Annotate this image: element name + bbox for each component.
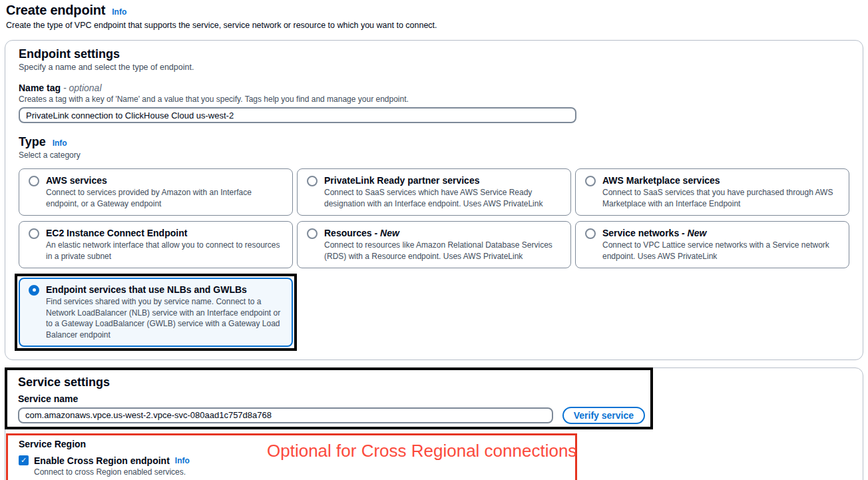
name-tag-constraint: Creates a tag with a key of 'Name' and a…: [19, 95, 849, 104]
radio-icon[interactable]: [29, 228, 39, 239]
create-endpoint-page: Create endpoint Info Create the type of …: [0, 0, 868, 480]
service-settings-heading: Service settings: [18, 375, 645, 389]
endpoint-settings-description: Specify a name and select the type of en…: [19, 63, 849, 72]
type-option-aws-services[interactable]: AWS services Connect to services provide…: [19, 168, 293, 216]
service-settings-panel: Service settings Service name Verify ser…: [5, 367, 863, 480]
cross-region-info-link[interactable]: Info: [175, 456, 190, 465]
annotation-box-service-settings: Service settings Service name Verify ser…: [5, 367, 653, 429]
page-header: Create endpoint Info Create the type of …: [5, 3, 863, 30]
radio-icon[interactable]: [29, 176, 39, 186]
cross-region-checkbox[interactable]: ✓: [19, 455, 29, 465]
annotation-box-selected-type: Endpoint services that use NLBs and GWLB…: [15, 274, 297, 351]
type-option-service-networks[interactable]: Service networks - New Connect to VPC La…: [575, 221, 849, 268]
radio-checked-icon[interactable]: [29, 285, 39, 296]
name-tag-optional: - optional: [63, 83, 102, 93]
page-info-link[interactable]: Info: [112, 7, 126, 17]
type-options-grid: AWS services Connect to services provide…: [19, 168, 849, 351]
type-option-privatelink-partner[interactable]: PrivateLink Ready partner services Conne…: [297, 168, 571, 216]
radio-icon[interactable]: [585, 228, 596, 239]
type-option-endpoint-services-nlb-gwlb[interactable]: Endpoint services that use NLBs and GWLB…: [19, 278, 293, 347]
service-name-label: Service name: [18, 393, 645, 404]
radio-icon[interactable]: [307, 228, 318, 239]
type-heading: Type: [19, 135, 46, 149]
radio-icon[interactable]: [585, 176, 596, 186]
annotation-text: Optional for Cross Regional connections: [267, 441, 576, 461]
service-name-input[interactable]: [18, 407, 553, 423]
page-subtitle: Create the type of VPC endpoint that sup…: [6, 21, 863, 30]
annotation-box-service-region: Optional for Cross Regional connections …: [6, 433, 577, 480]
name-tag-label: Name tag - optional: [19, 83, 849, 93]
type-option-marketplace[interactable]: AWS Marketplace services Connect to SaaS…: [575, 168, 849, 216]
radio-icon[interactable]: [307, 176, 318, 186]
cross-region-checkbox-label: Enable Cross Region endpoint: [34, 455, 170, 466]
type-description: Select a category: [19, 150, 849, 160]
cross-region-description: Connect to cross Region enabled services…: [34, 467, 575, 477]
type-option-resources[interactable]: Resources - New Connect to resources lik…: [297, 221, 571, 268]
endpoint-settings-heading: Endpoint settings: [19, 47, 849, 61]
type-option-ec2-instance-connect[interactable]: EC2 Instance Connect Endpoint An elastic…: [19, 221, 293, 268]
page-title: Create endpoint: [6, 3, 105, 18]
name-tag-input[interactable]: [19, 107, 576, 123]
type-info-link[interactable]: Info: [53, 138, 67, 148]
endpoint-settings-panel: Endpoint settings Specify a name and sel…: [5, 40, 863, 360]
verify-service-button[interactable]: Verify service: [562, 407, 645, 424]
